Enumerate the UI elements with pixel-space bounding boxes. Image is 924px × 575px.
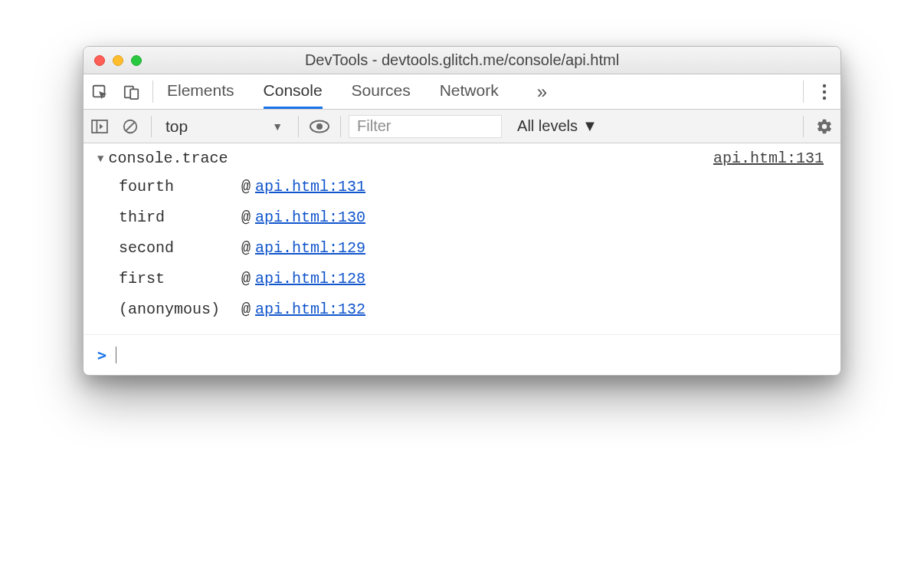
toolbar-divider (340, 116, 341, 137)
prompt-chevron-icon: > (97, 346, 106, 364)
at-symbol: @ (241, 264, 251, 294)
stack-function-name: fourth (119, 172, 241, 202)
toggle-sidebar-icon[interactable] (87, 113, 113, 140)
stack-frame: fourth @ api.html:131 (119, 172, 840, 202)
stack-function-name: (anonymous) (119, 294, 241, 325)
minimize-window-button[interactable] (113, 55, 123, 66)
trace-label: console.trace (108, 150, 228, 167)
stack-source-link[interactable]: api.html:128 (255, 264, 365, 294)
at-symbol: @ (241, 294, 251, 325)
toolbar-divider (151, 116, 152, 137)
console-trace-entry: ▼ console.trace api.html:131 fourth @ ap… (84, 143, 840, 335)
tabs-list: Elements Console Sources Network » (158, 74, 798, 109)
stack-source-link[interactable]: api.html:130 (255, 202, 365, 233)
tabs-bar: Elements Console Sources Network » (84, 74, 840, 110)
trace-header[interactable]: ▼ console.trace api.html:131 (97, 150, 840, 167)
inspect-element-icon[interactable] (84, 74, 116, 109)
toolbar-divider (298, 116, 299, 137)
stack-source-link[interactable]: api.html:131 (255, 172, 365, 202)
toolbar-divider (803, 116, 804, 137)
tab-console[interactable]: Console (264, 74, 323, 109)
stack-frame: second @ api.html:129 (119, 233, 840, 264)
log-levels-label: All levels (517, 117, 578, 135)
stack-frame: first @ api.html:128 (119, 264, 840, 294)
execution-context-selector[interactable]: top ▼ (159, 117, 290, 136)
tabs-divider-right (803, 80, 804, 103)
tab-elements[interactable]: Elements (167, 74, 234, 109)
log-levels-selector[interactable]: All levels ▼ (517, 117, 598, 135)
chevron-down-icon: ▼ (272, 120, 283, 133)
window-title: DevTools - devtools.glitch.me/console/ap… (84, 51, 840, 69)
at-symbol: @ (241, 202, 251, 233)
svg-point-4 (823, 90, 826, 93)
at-symbol: @ (241, 233, 251, 264)
console-toolbar: top ▼ All levels ▼ (84, 110, 840, 143)
traffic-lights (94, 55, 142, 66)
console-prompt[interactable]: > (84, 335, 840, 375)
at-symbol: @ (241, 172, 251, 202)
close-window-button[interactable] (94, 55, 105, 66)
stack-function-name: first (119, 264, 241, 294)
source-link[interactable]: api.html:131 (713, 150, 824, 167)
svg-point-3 (823, 84, 826, 87)
tabs-divider (152, 80, 153, 103)
console-output: ▼ console.trace api.html:131 fourth @ ap… (84, 143, 840, 375)
tab-sources[interactable]: Sources (352, 74, 411, 109)
device-toolbar-icon[interactable] (116, 74, 148, 109)
clear-console-icon[interactable] (117, 113, 143, 140)
stack-function-name: second (119, 233, 241, 264)
svg-point-11 (316, 123, 323, 130)
stack-frame: (anonymous) @ api.html:132 (119, 294, 840, 325)
stack-trace: fourth @ api.html:131 third @ api.html:1… (97, 167, 840, 325)
stack-function-name: third (119, 202, 241, 233)
chevron-down-icon: ▼ (582, 117, 598, 135)
more-tabs-button[interactable]: » (528, 74, 556, 109)
text-cursor (116, 347, 116, 363)
tab-network[interactable]: Network (440, 74, 499, 109)
live-expression-icon[interactable] (306, 113, 333, 140)
devtools-menu-button[interactable] (808, 74, 840, 109)
svg-rect-2 (130, 89, 138, 99)
disclosure-triangle-icon[interactable]: ▼ (97, 153, 103, 165)
filter-input[interactable] (349, 115, 502, 138)
svg-line-9 (126, 122, 135, 130)
devtools-window: DevTools - devtools.glitch.me/console/ap… (83, 46, 841, 376)
svg-point-5 (823, 96, 826, 99)
console-settings-icon[interactable] (811, 113, 837, 140)
execution-context-label: top (165, 117, 188, 136)
stack-source-link[interactable]: api.html:132 (255, 294, 365, 325)
stack-frame: third @ api.html:130 (119, 202, 840, 233)
window-titlebar: DevTools - devtools.glitch.me/console/ap… (84, 47, 840, 74)
stack-source-link[interactable]: api.html:129 (255, 233, 365, 264)
maximize-window-button[interactable] (131, 55, 142, 66)
